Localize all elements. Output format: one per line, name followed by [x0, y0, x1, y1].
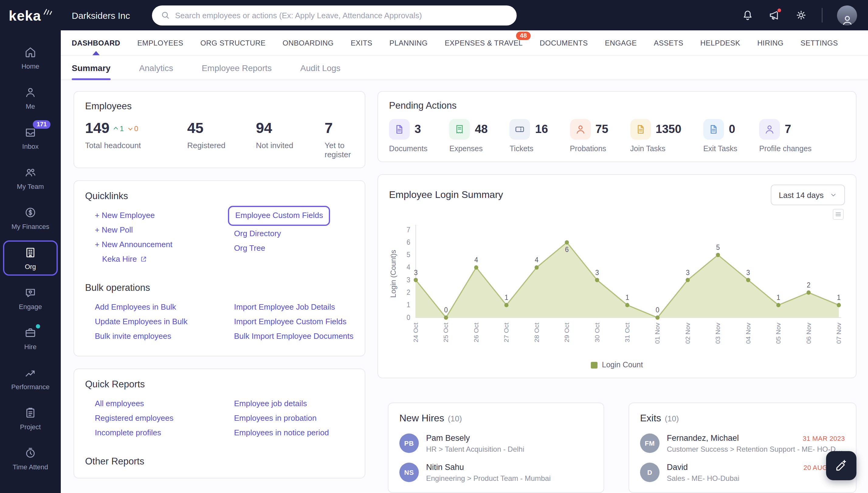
bulk-operation-link[interactable]: Import Employee Custom Fields	[234, 316, 346, 328]
sidebar-item[interactable]: My Team	[0, 158, 61, 198]
exit-tasks-icon	[703, 119, 724, 140]
sub-tab[interactable]: Analytics	[139, 56, 173, 80]
bulk-operation-link[interactable]: Add Employees in Bulk	[95, 301, 176, 314]
date-range-select[interactable]: Last 14 days	[771, 185, 845, 205]
new-hire-row[interactable]: NS Nitin Sahu Engineering > Product Team…	[399, 463, 593, 483]
new-hire-row[interactable]: PB Pam Besely HR > Talent Acquisition - …	[399, 433, 593, 453]
quicklink-label: + New Employee	[95, 210, 155, 222]
nav-tab[interactable]: PLANNING	[389, 30, 428, 55]
quicklink[interactable]: + New Employee	[95, 210, 155, 222]
quick-actions-fab[interactable]	[826, 451, 856, 480]
me-icon	[24, 86, 37, 98]
documents-icon	[389, 119, 410, 140]
sub-tab[interactable]: Employee Reports	[202, 56, 272, 80]
sidebar-item[interactable]: Home	[0, 38, 61, 78]
quicklink-label: + New Poll	[95, 224, 133, 236]
sidebar-item[interactable]: Time Attend	[0, 438, 61, 478]
sidebar-item-label: Performance	[11, 383, 49, 390]
sub-tab[interactable]: Summary	[72, 56, 110, 80]
global-search[interactable]	[152, 5, 517, 25]
report-link[interactable]: Registered employees	[95, 412, 174, 425]
pending-action-label: Documents	[389, 145, 427, 153]
user-avatar[interactable]	[837, 5, 857, 25]
quicklink[interactable]: + New Announcement	[95, 239, 172, 251]
sidebar-item[interactable]: Engage	[0, 278, 61, 318]
sub-tab[interactable]: Audit Logs	[300, 56, 340, 80]
report-link[interactable]: Employee job details	[234, 398, 307, 410]
left-column: Employees 149 1 0 Total headcount	[74, 91, 365, 493]
bulk-link-label: Bulk Import Employee Documents	[234, 330, 354, 343]
sidebar-item[interactable]: Hire	[0, 318, 61, 358]
sidebar-item[interactable]: Me	[0, 78, 61, 118]
quicklink[interactable]: + New Poll	[95, 224, 133, 236]
nav-tab[interactable]: ONBOARDING	[283, 30, 334, 55]
employee-avatar: D	[640, 463, 660, 482]
nav-tab[interactable]: DOCUMENTS	[540, 30, 588, 55]
svg-text:24 Oct: 24 Oct	[412, 323, 419, 342]
announcements-megaphone-icon[interactable]	[768, 9, 781, 21]
pending-action-item[interactable]: 1350 Join Tasks	[630, 119, 681, 153]
topbar-actions	[742, 5, 857, 25]
svg-text:Login (Count)s: Login (Count)s	[389, 250, 397, 298]
pending-action-count: 16	[535, 123, 548, 136]
dashboard-sub-tabs: Summary Analytics Employee Reports Audit…	[61, 56, 868, 80]
exit-row[interactable]: D David 20 AUG 2023 Sales - ME- HO-Dubai	[640, 463, 845, 483]
bulk-operation-link[interactable]: Bulk invite employees	[95, 330, 171, 343]
nav-tab[interactable]: ENGAGE	[605, 30, 637, 55]
nav-tab[interactable]: EXPENSES & TRAVEL 48	[445, 30, 523, 55]
report-link[interactable]: Incomplete profiles	[95, 427, 161, 439]
nav-tab[interactable]: EXITS	[351, 30, 372, 55]
bulk-operation-link[interactable]: Bulk Import Employee Documents	[234, 330, 354, 343]
quicklink[interactable]: Keka Hire	[102, 254, 147, 265]
svg-text:3: 3	[746, 269, 750, 277]
report-link[interactable]: All employees	[95, 398, 144, 410]
quicklink[interactable]: Org Directory	[234, 228, 281, 240]
keka-logo[interactable]: keka	[0, 0, 61, 31]
pending-action-item[interactable]: 0 Exit Tasks	[703, 119, 737, 153]
keka-logo-text: keka	[9, 7, 41, 24]
sidebar-item[interactable]: Org	[0, 238, 61, 278]
nav-tab[interactable]: ASSETS	[654, 30, 683, 55]
search-input[interactable]	[175, 10, 508, 20]
nav-tab[interactable]: HIRING	[758, 30, 784, 55]
svg-text:07 Nov: 07 Nov	[835, 323, 842, 344]
sidebar-item[interactable]: Project	[0, 398, 61, 438]
nav-tab[interactable]: HELPDESK	[700, 30, 740, 55]
settings-gear-icon[interactable]	[795, 9, 807, 21]
svg-text:01 Nov: 01 Nov	[654, 323, 661, 344]
report-link[interactable]: Employees in notice period	[234, 427, 329, 439]
sidebar-item-label: Hire	[24, 343, 37, 350]
quicklink[interactable]: Employee Custom Fields	[228, 206, 330, 226]
pending-action-item[interactable]: 16 Tickets	[510, 119, 548, 153]
nav-tab[interactable]: SETTINGS	[801, 30, 838, 55]
chart-menu-icon[interactable]	[833, 209, 844, 220]
sidebar-item[interactable]: 171 Inbox	[0, 118, 61, 158]
bulk-operation-link[interactable]: Update Employees in Bulk	[95, 316, 187, 328]
sidebar-item[interactable]: Performance	[0, 358, 61, 398]
bulk-operation-link[interactable]: Import Employee Job Details	[234, 301, 335, 314]
nav-tab[interactable]: DASHBOARD	[72, 30, 120, 55]
pending-action-items: 3 Documents 48 Expenses	[389, 119, 845, 153]
pending-action-item[interactable]: 48 Expenses	[449, 119, 487, 153]
report-link[interactable]: Employees in probation	[234, 412, 317, 425]
stat-increase: 1	[114, 125, 124, 133]
sidebar-item[interactable]: My Finances	[0, 198, 61, 238]
pending-action-item[interactable]: 75 Probations	[570, 119, 608, 153]
nav-tab[interactable]: ORG STRUCTURE	[200, 30, 266, 55]
notifications-bell-icon[interactable]	[742, 9, 754, 21]
pending-actions-title: Pending Actions	[389, 100, 845, 111]
quicklink[interactable]: Org Tree	[234, 242, 265, 255]
pending-action-count: 7	[785, 123, 791, 136]
quick-reports-card: Quick Reports All employees Registered e…	[74, 369, 365, 479]
pending-action-item[interactable]: 3 Documents	[389, 119, 427, 153]
sidebar-item-label: Org	[25, 263, 36, 270]
exit-row[interactable]: FM Fernandez, Michael 31 MAR 2023 Custom…	[640, 433, 845, 453]
pending-action-count: 3	[415, 123, 421, 136]
svg-text:2: 2	[807, 281, 810, 289]
pending-action-item[interactable]: 7 Profile changes	[759, 119, 811, 153]
quicklinks-column-1: + New Employee + New Poll + New Announce…	[95, 210, 234, 268]
pending-action-count: 48	[475, 123, 487, 136]
sidebar-nav: Home Me 171 Inbox	[0, 31, 61, 478]
pending-action-count: 1350	[655, 123, 681, 136]
nav-tab[interactable]: EMPLOYEES	[137, 30, 184, 55]
